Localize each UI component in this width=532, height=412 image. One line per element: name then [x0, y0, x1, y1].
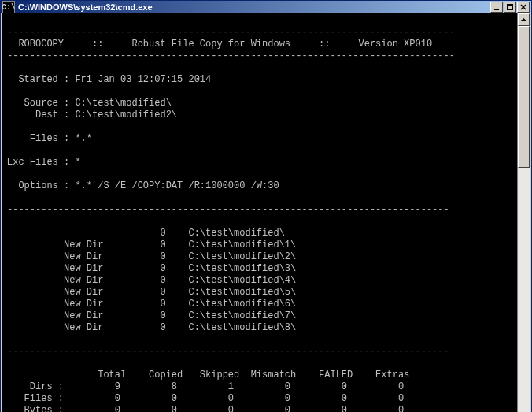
summary-dirs: Dirs : 9 8 1 0 0 0: [7, 381, 404, 392]
dir-row: 0 C:\test\modified\: [7, 228, 285, 239]
dir-row: New Dir 0 C:\test\modified\2\: [7, 251, 296, 262]
dir-row: New Dir 0 C:\test\modified\8\: [7, 322, 296, 333]
separator: ----------------------------------------…: [7, 50, 455, 61]
cmd-window: C:\ C:\WINDOWS\system32\cmd.exe --------…: [0, 0, 532, 412]
dir-row: New Dir 0 C:\test\modified\3\: [7, 263, 296, 274]
window-title: C:\WINDOWS\system32\cmd.exe: [18, 2, 490, 12]
separator: ----------------------------------------…: [7, 346, 449, 357]
window-controls: [490, 2, 530, 13]
source-line: Source : C:\test\modified\: [7, 98, 172, 109]
dest-line: Dest : C:\test\modified2\: [7, 109, 177, 121]
started-line: Started : Fri Jan 03 12:07:15 2014: [7, 74, 211, 85]
robocopy-banner: ROBOCOPY :: Robust File Copy for Windows…: [7, 39, 432, 50]
summary-files: Files : 0 0 0 0 0 0: [7, 393, 404, 404]
dir-row: New Dir 0 C:\test\modified\6\: [7, 299, 296, 310]
maximize-button[interactable]: [504, 2, 516, 13]
console-output[interactable]: ----------------------------------------…: [2, 13, 517, 412]
client-area: ----------------------------------------…: [1, 13, 531, 412]
scroll-thumb[interactable]: [518, 26, 530, 168]
dir-row: New Dir 0 C:\test\modified\7\: [7, 310, 296, 321]
dir-row: New Dir 0 C:\test\modified\1\: [7, 239, 296, 251]
files-line: Files : *.*: [7, 133, 92, 144]
separator: ----------------------------------------…: [7, 204, 449, 215]
dir-row: New Dir 0 C:\test\modified\5\: [7, 287, 296, 298]
separator: ----------------------------------------…: [7, 27, 455, 38]
svg-rect-2: [507, 4, 513, 6]
minimize-button[interactable]: [490, 2, 503, 13]
summary-header: Total Copied Skipped Mismatch FAILED Ext…: [7, 369, 409, 380]
options-line: Options : *.* /S /E /COPY:DAT /R:1000000…: [7, 180, 279, 191]
scroll-up-button[interactable]: [518, 13, 530, 26]
titlebar[interactable]: C:\ C:\WINDOWS\system32\cmd.exe: [1, 1, 531, 13]
scroll-track[interactable]: [518, 26, 530, 412]
svg-marker-5: [521, 18, 526, 21]
close-button[interactable]: [517, 2, 530, 13]
app-icon[interactable]: C:\: [2, 1, 15, 13]
vertical-scrollbar[interactable]: [517, 13, 530, 412]
dir-row: New Dir 0 C:\test\modified\4\: [7, 275, 296, 286]
svg-rect-0: [494, 9, 499, 10]
summary-bytes: Bytes : 0 0 0 0 0 0: [7, 405, 404, 412]
exc-files-line: Exc Files : *: [7, 157, 81, 168]
